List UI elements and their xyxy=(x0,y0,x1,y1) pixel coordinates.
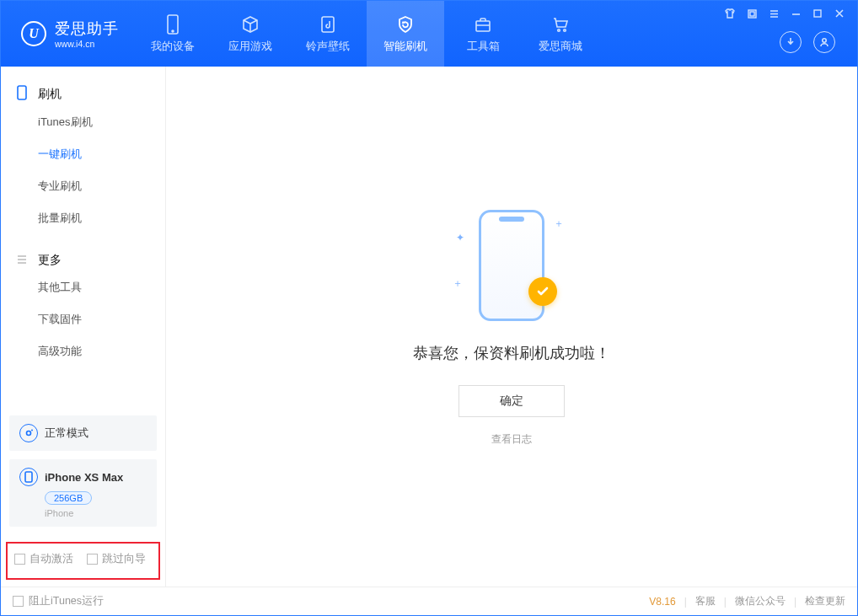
checkbox-block-itunes[interactable]: 阻止iTunes运行 xyxy=(13,594,104,608)
phone-graphic-icon xyxy=(479,210,544,321)
maximize-button[interactable] xyxy=(812,8,823,19)
main-content: ✦ ＋ ＋ 恭喜您，保资料刷机成功啦！ 确定 查看日志 xyxy=(166,67,857,587)
sparkle-icon: ＋ xyxy=(554,217,564,231)
checkbox-icon xyxy=(87,554,98,565)
device-phone-icon xyxy=(19,468,38,486)
device-capacity: 256GB xyxy=(45,491,92,505)
svg-rect-10 xyxy=(18,86,26,99)
device-kind: iPhone xyxy=(45,508,147,518)
titlebar-right xyxy=(712,1,857,67)
account-controls xyxy=(780,31,857,53)
app-window: U 爱思助手 www.i4.cn 我的设备 应用游戏 铃声壁纸 智能刷机 xyxy=(0,0,858,616)
svg-rect-13 xyxy=(25,472,32,482)
svg-rect-8 xyxy=(814,10,821,17)
svg-point-4 xyxy=(558,29,560,31)
checkbox-icon xyxy=(14,554,25,565)
svg-point-5 xyxy=(564,29,566,31)
lock-icon[interactable] xyxy=(746,8,758,19)
cart-icon xyxy=(551,14,570,35)
status-bar: 阻止iTunes运行 V8.16 | 客服 | 微信公众号 | 检查更新 xyxy=(1,587,857,615)
svg-point-1 xyxy=(172,30,174,32)
sparkle-icon: ✦ xyxy=(456,232,464,244)
svg-rect-3 xyxy=(476,21,490,31)
phone-outline-icon xyxy=(16,85,31,103)
checkbox-skip-guide[interactable]: 跳过向导 xyxy=(87,552,146,566)
sidebar-group-more: 更多 其他工具 下载固件 高级功能 xyxy=(1,234,165,367)
nav-my-device[interactable]: 我的设备 xyxy=(134,1,212,67)
menu-icon[interactable] xyxy=(768,8,780,19)
app-name: 爱思助手 xyxy=(55,19,119,39)
minimize-button[interactable] xyxy=(790,8,802,19)
app-url: www.i4.cn xyxy=(55,39,119,49)
svg-point-9 xyxy=(823,39,826,42)
shield-refresh-icon xyxy=(396,14,415,35)
nav-ringtone-wallpaper[interactable]: 铃声壁纸 xyxy=(289,1,367,67)
device-name: iPhone XS Max xyxy=(45,471,123,484)
sidebar-group-flash: 刷机 iTunes刷机 一键刷机 专业刷机 批量刷机 xyxy=(1,67,165,234)
logo-mark-icon: U xyxy=(21,21,46,46)
nav-apps-games[interactable]: 应用游戏 xyxy=(212,1,289,67)
success-illustration: ✦ ＋ ＋ xyxy=(461,206,562,324)
success-message: 恭喜您，保资料刷机成功啦！ xyxy=(413,343,610,363)
sidebar-item-itunes-flash[interactable]: iTunes刷机 xyxy=(1,106,165,138)
top-nav: 我的设备 应用游戏 铃声壁纸 智能刷机 工具箱 爱思商城 xyxy=(134,1,599,67)
close-button[interactable] xyxy=(834,8,845,19)
checkbox-auto-activate[interactable]: 自动激活 xyxy=(14,552,73,566)
version-label: V8.16 xyxy=(649,596,675,608)
sidebar-item-pro-flash[interactable]: 专业刷机 xyxy=(1,170,165,202)
list-icon xyxy=(16,254,31,268)
toolbox-icon xyxy=(474,14,492,35)
tshirt-icon[interactable] xyxy=(724,8,736,19)
status-link-wechat[interactable]: 微信公众号 xyxy=(735,594,786,608)
sidebar-item-batch-flash[interactable]: 批量刷机 xyxy=(1,202,165,234)
checkbox-icon xyxy=(13,596,24,607)
device-card[interactable]: iPhone XS Max 256GB iPhone xyxy=(9,459,157,527)
sidebar-item-other-tools[interactable]: 其他工具 xyxy=(1,271,165,303)
mode-label: 正常模式 xyxy=(45,426,88,441)
success-check-icon xyxy=(528,277,557,306)
window-controls xyxy=(712,1,857,26)
user-button[interactable] xyxy=(813,31,835,53)
title-bar: U 爱思助手 www.i4.cn 我的设备 应用游戏 铃声壁纸 智能刷机 xyxy=(1,1,857,67)
mode-icon xyxy=(19,424,38,442)
app-logo[interactable]: U 爱思助手 www.i4.cn xyxy=(1,1,134,67)
svg-rect-7 xyxy=(750,12,754,16)
body: 刷机 iTunes刷机 一键刷机 专业刷机 批量刷机 更多 其他工具 下载固件 … xyxy=(1,67,857,587)
nav-smart-flash[interactable]: 智能刷机 xyxy=(367,1,444,67)
ok-button[interactable]: 确定 xyxy=(458,385,565,417)
device-cards: 正常模式 iPhone XS Max 256GB iPhone xyxy=(1,399,165,535)
sidebar-item-download-firmware[interactable]: 下载固件 xyxy=(1,303,165,335)
download-button[interactable] xyxy=(780,31,802,53)
nav-store[interactable]: 爱思商城 xyxy=(522,1,599,67)
sidebar-group-flash-head[interactable]: 刷机 xyxy=(1,82,165,106)
phone-icon xyxy=(165,14,180,35)
highlighted-options: 自动激活 跳过向导 xyxy=(6,542,160,580)
view-log-link[interactable]: 查看日志 xyxy=(491,432,532,447)
svg-point-11 xyxy=(27,431,31,436)
sparkle-icon: ＋ xyxy=(453,276,463,291)
sidebar-group-more-head[interactable]: 更多 xyxy=(1,249,165,271)
status-link-update[interactable]: 检查更新 xyxy=(805,594,845,608)
status-link-support[interactable]: 客服 xyxy=(695,594,716,608)
sidebar-item-advanced[interactable]: 高级功能 xyxy=(1,335,165,367)
nav-toolbox[interactable]: 工具箱 xyxy=(444,1,522,67)
svg-point-12 xyxy=(31,430,33,431)
sidebar: 刷机 iTunes刷机 一键刷机 专业刷机 批量刷机 更多 其他工具 下载固件 … xyxy=(1,67,166,587)
mode-card[interactable]: 正常模式 xyxy=(9,415,157,451)
sidebar-item-oneclick-flash[interactable]: 一键刷机 xyxy=(1,138,165,170)
cube-icon xyxy=(241,14,260,35)
music-file-icon xyxy=(319,14,336,35)
